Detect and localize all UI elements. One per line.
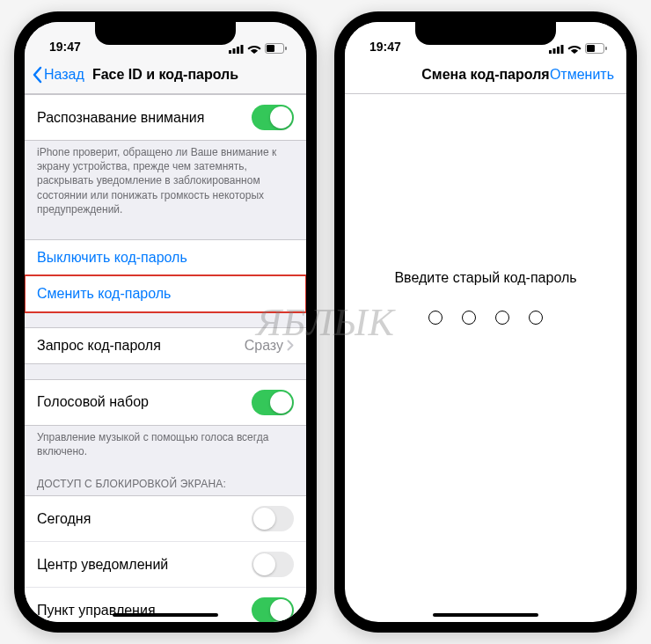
voice-footer: Управление музыкой с помощью голоса всег… bbox=[25, 425, 306, 465]
passcode-dot bbox=[495, 311, 509, 325]
lock-switch[interactable] bbox=[252, 506, 294, 531]
svg-rect-0 bbox=[229, 50, 231, 54]
voice-label: Голосовой набор bbox=[37, 394, 149, 410]
lock-item-notif-center[interactable]: Центр уведомлений bbox=[25, 541, 306, 588]
nav-bar: Смена код-пароля Отменить bbox=[345, 55, 626, 94]
change-label: Сменить код-пароль bbox=[37, 286, 171, 302]
passcode-entry: Введите старый код-пароль bbox=[345, 94, 626, 622]
cellular-icon bbox=[229, 44, 244, 54]
voice-dial-cell[interactable]: Голосовой набор bbox=[25, 379, 306, 426]
passcode-prompt: Введите старый код-пароль bbox=[394, 270, 576, 286]
status-time: 19:47 bbox=[369, 40, 401, 54]
chevron-left-icon bbox=[32, 66, 42, 84]
require-label: Запрос код-пароля bbox=[37, 338, 161, 354]
lock-item-control-center[interactable]: Пункт управления bbox=[25, 587, 306, 622]
change-passcode-cell[interactable]: Сменить код-пароль bbox=[25, 275, 306, 312]
status-icons bbox=[549, 43, 607, 54]
cellular-icon bbox=[549, 44, 564, 54]
svg-rect-2 bbox=[237, 47, 239, 54]
passcode-dot bbox=[428, 311, 443, 325]
svg-rect-10 bbox=[561, 45, 564, 54]
passcode-dot bbox=[529, 311, 543, 325]
require-passcode-cell[interactable]: Запрос код-пароля Сразу bbox=[25, 327, 306, 364]
passcode-dots bbox=[428, 311, 543, 325]
attention-label: Распознавание внимания bbox=[37, 110, 204, 126]
back-label: Назад bbox=[44, 67, 84, 83]
cell-label: Сегодня bbox=[37, 511, 91, 527]
svg-rect-6 bbox=[285, 47, 287, 50]
svg-rect-8 bbox=[553, 48, 556, 54]
wifi-icon bbox=[247, 44, 261, 54]
battery-icon bbox=[265, 43, 287, 54]
lock-header: ДОСТУП С БЛОКИРОВКОЙ ЭКРАНА: bbox=[25, 465, 306, 495]
attention-switch[interactable] bbox=[252, 105, 294, 130]
attention-footer: iPhone проверит, обращено ли Ваше вниман… bbox=[25, 140, 306, 223]
require-value: Сразу bbox=[245, 338, 283, 354]
svg-rect-7 bbox=[549, 50, 552, 54]
svg-rect-12 bbox=[587, 45, 595, 52]
status-time: 19:47 bbox=[49, 40, 81, 54]
passcode-dot bbox=[462, 311, 476, 325]
svg-rect-13 bbox=[605, 47, 607, 50]
wifi-icon bbox=[567, 44, 582, 54]
turn-off-label: Выключить код-пароль bbox=[37, 250, 187, 266]
cancel-button[interactable]: Отменить bbox=[550, 67, 619, 83]
svg-rect-9 bbox=[557, 47, 560, 54]
lock-item-today[interactable]: Сегодня bbox=[25, 495, 306, 542]
chevron-right-icon bbox=[287, 340, 294, 351]
turn-off-passcode-cell[interactable]: Выключить код-пароль bbox=[25, 239, 306, 276]
back-button[interactable]: Назад bbox=[32, 66, 84, 84]
lock-switch[interactable] bbox=[252, 597, 294, 622]
status-icons bbox=[229, 43, 287, 54]
attention-cell[interactable]: Распознавание внимания bbox=[25, 94, 306, 141]
cell-label: Центр уведомлений bbox=[37, 557, 168, 573]
svg-rect-1 bbox=[233, 48, 236, 54]
voice-switch[interactable] bbox=[252, 390, 294, 415]
phone-left: 19:47 Назад Face ID и код-пароль Распозн… bbox=[14, 11, 317, 633]
notch bbox=[95, 22, 236, 45]
cell-label: Пункт управления bbox=[37, 603, 156, 618]
battery-icon bbox=[585, 43, 607, 54]
svg-rect-5 bbox=[267, 45, 274, 52]
lock-switch[interactable] bbox=[252, 552, 294, 577]
settings-content[interactable]: Распознавание внимания iPhone проверит, … bbox=[25, 94, 306, 622]
phone-right: 19:47 Смена код-пароля Отменить Введите … bbox=[334, 11, 637, 633]
svg-rect-3 bbox=[241, 45, 244, 54]
notch bbox=[415, 22, 556, 45]
nav-bar: Назад Face ID и код-пароль bbox=[25, 55, 306, 94]
